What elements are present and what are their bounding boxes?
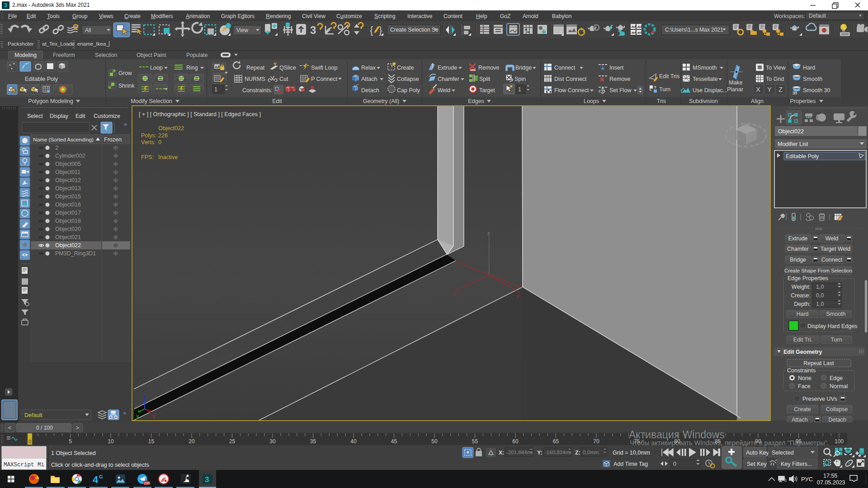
svg-text:15: 15	[148, 438, 155, 445]
svg-text:Add Time Tag: Add Time Tag	[613, 461, 648, 467]
svg-text:0: 0	[158, 139, 161, 145]
svg-text:Relax: Relax	[361, 65, 376, 71]
svg-text:Click or click-and-drag to sel: Click or click-and-drag to select object…	[51, 462, 149, 468]
svg-text:G: G	[99, 474, 103, 479]
svg-text:Frozen: Frozen	[104, 136, 122, 143]
svg-text:Preserve UVs: Preserve UVs	[802, 396, 837, 402]
svg-text:Subdivision: Subdivision	[689, 98, 718, 104]
svg-text:x: x	[517, 293, 519, 299]
svg-text:Y: Y	[767, 85, 772, 93]
svg-text:Weight:: Weight:	[792, 284, 811, 290]
svg-text:<: <	[8, 425, 11, 431]
svg-text:Crease:: Crease:	[791, 292, 811, 299]
svg-text:226: 226	[158, 132, 168, 139]
svg-text:Edge Properties: Edge Properties	[788, 275, 828, 282]
svg-text:Object012: Object012	[55, 177, 81, 183]
svg-text:Polys:: Polys:	[141, 132, 156, 139]
svg-text:All: All	[85, 27, 91, 33]
svg-text:{: {	[370, 24, 373, 36]
svg-text:Inactive: Inactive	[158, 154, 178, 160]
svg-text:Selected: Selected	[772, 450, 794, 456]
svg-text:C:\Users\1...s Max 2021: C:\Users\1...s Max 2021	[665, 27, 723, 33]
svg-text:MAXScript Mi: MAXScript Mi	[4, 462, 44, 468]
svg-text:0: 0	[673, 461, 676, 467]
svg-text:Create Selection Se: Create Selection Se	[390, 27, 439, 33]
svg-text:[ + ] [ Orthographic ] [ Stand: [ + ] [ Orthographic ] [ Standard ] [ Ed…	[139, 111, 261, 117]
svg-text:Properties: Properties	[790, 98, 816, 104]
svg-text:Tessellate: Tessellate	[693, 76, 718, 82]
svg-text:17:55: 17:55	[823, 473, 837, 479]
svg-text:Object016: Object016	[55, 202, 81, 208]
svg-text:Dist Connect: Dist Connect	[554, 76, 587, 82]
svg-text:Tris: Tris	[657, 98, 666, 104]
svg-text:Cap Poly: Cap Poly	[397, 87, 420, 94]
svg-text:Collapse: Collapse	[397, 76, 419, 82]
svg-text:295: 295	[144, 481, 151, 485]
svg-text:Detach: Detach	[828, 417, 846, 422]
svg-text:None: None	[798, 375, 811, 381]
svg-text:Object011: Object011	[55, 169, 80, 175]
svg-text:1: 1	[518, 86, 521, 93]
svg-text:Hard: Hard	[796, 311, 808, 317]
svg-text:FPS:: FPS:	[141, 154, 154, 160]
svg-text:Align: Align	[751, 98, 764, 104]
svg-text:Normal: Normal	[830, 383, 848, 389]
svg-text:Name (Sorted Ascending): Name (Sorted Ascending)	[33, 136, 94, 142]
svg-text:Target: Target	[479, 87, 495, 94]
svg-text:To Grid: To Grid	[766, 76, 784, 82]
svg-text:Object018: Object018	[55, 218, 81, 224]
svg-text:4: 4	[93, 474, 99, 485]
svg-text:Edit: Edit	[272, 98, 282, 104]
svg-text:Edit Geometry: Edit Geometry	[783, 349, 822, 355]
svg-text:30: 30	[269, 438, 276, 445]
svg-text:Editable Poly: Editable Poly	[786, 153, 819, 160]
svg-text:Split: Split	[479, 76, 491, 82]
svg-text:Create: Create	[397, 65, 414, 71]
svg-text:>: >	[76, 425, 79, 431]
svg-text:Customize: Customize	[94, 113, 120, 119]
svg-text:45: 45	[391, 438, 397, 445]
svg-text:Object015: Object015	[55, 193, 81, 200]
svg-text:Flow Connect: Flow Connect	[554, 87, 589, 94]
svg-text:Create: Create	[794, 406, 811, 413]
svg-text:Y:: Y:	[537, 450, 542, 456]
svg-text:Object022: Object022	[55, 242, 81, 249]
svg-text:z: z	[487, 230, 490, 236]
svg-text:5: 5	[69, 438, 72, 445]
svg-text:Remove: Remove	[609, 76, 631, 82]
svg-text:Connect: Connect	[821, 257, 843, 263]
svg-text:Loops: Loops	[584, 98, 599, 104]
svg-text:Display: Display	[50, 113, 69, 119]
svg-text:Edit Tri.: Edit Tri.	[793, 337, 812, 343]
svg-text:Geometry (All): Geometry (All)	[363, 98, 400, 104]
svg-text:10: 10	[108, 438, 114, 445]
svg-text:X: X	[756, 85, 760, 93]
svg-text:Chamfer: Chamfer	[787, 246, 809, 252]
svg-text:3: 3	[4, 2, 7, 9]
svg-text:»: »	[124, 121, 127, 127]
svg-text:Modify Selection: Modify Selection	[131, 98, 172, 104]
svg-text:65: 65	[553, 438, 559, 445]
svg-text:Extrude: Extrude	[438, 65, 457, 71]
svg-text:x: x	[152, 413, 155, 419]
svg-text:Edges: Edges	[468, 98, 484, 104]
svg-text:Constraints: Constraints	[787, 367, 816, 374]
svg-text:Set Flow: Set Flow	[609, 87, 632, 94]
svg-text:Set Key: Set Key	[747, 461, 767, 467]
svg-text:Weld: Weld	[438, 87, 450, 94]
svg-text:Turn: Turn	[830, 337, 842, 343]
svg-text:Planar: Planar	[727, 86, 743, 93]
svg-text:Smooth 30: Smooth 30	[803, 87, 830, 94]
svg-text:Face: Face	[798, 383, 811, 389]
svg-text:Repeat Last: Repeat Last	[803, 360, 834, 366]
svg-text:Attach: Attach	[792, 417, 807, 422]
svg-text:Spin: Spin	[514, 76, 526, 82]
svg-text:Z:: Z:	[575, 450, 580, 456]
svg-text:3: 3	[310, 24, 316, 36]
svg-text:Object005: Object005	[55, 161, 81, 167]
svg-text:Depth:: Depth:	[794, 301, 811, 307]
svg-text:Extrude: Extrude	[788, 235, 807, 242]
svg-text:PM3D_Ring3D1: PM3D_Ring3D1	[55, 250, 96, 257]
svg-text:50: 50	[431, 438, 438, 445]
svg-text:Verts:: Verts:	[141, 139, 156, 145]
